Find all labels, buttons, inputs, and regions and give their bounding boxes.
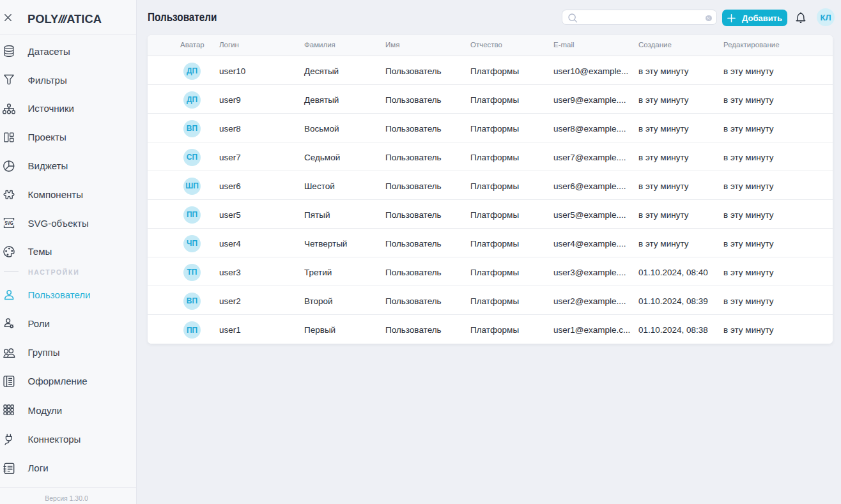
svg-text:SVG: SVG xyxy=(4,220,13,226)
